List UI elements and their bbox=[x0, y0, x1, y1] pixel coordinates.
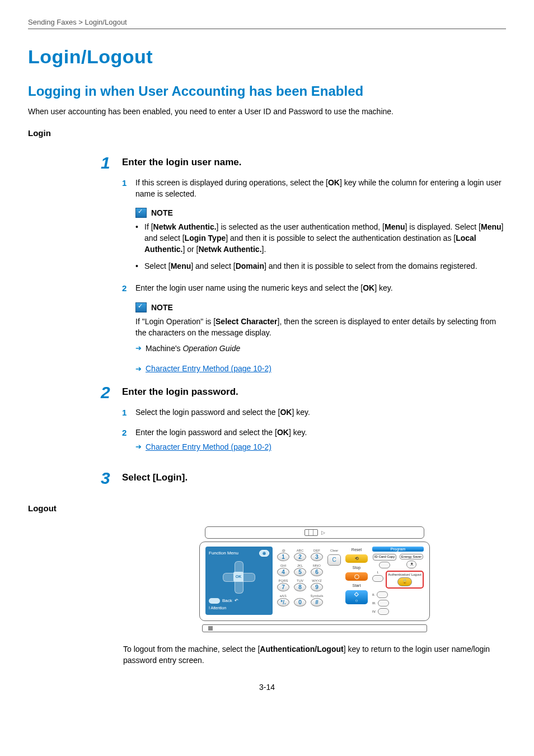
page-title: Login/Logout bbox=[28, 46, 506, 68]
usb-slot-icon bbox=[305, 529, 318, 536]
substep-1-1: 1 If this screen is displayed during ope… bbox=[122, 177, 506, 200]
idcard-button[interactable] bbox=[379, 562, 390, 568]
note-box-1: NOTE • If [Netwk Authentic.] is selected… bbox=[135, 208, 506, 272]
xref-row: ➔ Character Entry Method (page 10-2) bbox=[135, 364, 506, 373]
step-title: Enter the login user name. bbox=[122, 155, 242, 168]
key-star[interactable]: */. bbox=[277, 598, 289, 606]
key-0[interactable]: 0 bbox=[294, 598, 306, 606]
substep-2-2: 2 Enter the login password and select th… bbox=[122, 427, 506, 459]
program-slot-1[interactable] bbox=[372, 575, 383, 582]
auth-logout-button[interactable]: 🔒 bbox=[397, 577, 412, 586]
note-icon bbox=[135, 208, 147, 218]
clear-button[interactable]: C bbox=[327, 554, 341, 566]
back-button[interactable] bbox=[209, 598, 220, 604]
key-1[interactable]: 1 bbox=[277, 553, 289, 561]
program-label: Program bbox=[372, 547, 424, 552]
note-icon bbox=[135, 302, 147, 312]
xref-link[interactable]: Character Entry Method (page 10-2) bbox=[146, 364, 271, 373]
start-label: Start bbox=[345, 584, 368, 587]
indicator-icon bbox=[208, 626, 213, 631]
step-title: Select [Login]. bbox=[122, 470, 188, 483]
step-3: 3 Select [Login]. bbox=[101, 470, 506, 487]
arrow-icon: ➔ bbox=[135, 343, 146, 354]
energy-button[interactable]: ᴥ bbox=[406, 561, 416, 568]
key-4[interactable]: 4 bbox=[277, 568, 289, 576]
step-number: 3 bbox=[101, 470, 122, 487]
key-5[interactable]: 5 bbox=[294, 568, 306, 576]
substep-1-2: 2 Enter the login user name using the nu… bbox=[122, 282, 506, 295]
login-heading: Login bbox=[28, 128, 506, 138]
key-9[interactable]: 9 bbox=[311, 583, 323, 591]
breadcrumb: Sending Faxes > Login/Logout bbox=[28, 18, 506, 29]
reset-label: Reset bbox=[345, 548, 368, 552]
key-6[interactable]: 6 bbox=[311, 568, 323, 576]
idcard-label: ID Card Copy bbox=[373, 554, 396, 561]
logout-heading: Logout bbox=[28, 503, 506, 513]
key-3[interactable]: 3 bbox=[311, 553, 323, 561]
stop-label: Stop bbox=[345, 566, 368, 570]
arrow-icon: ➔ bbox=[135, 365, 146, 373]
lcd-screen: Function Menu ◉ OK Back ↶ ! Attention bbox=[205, 547, 273, 615]
step-title: Enter the login password. bbox=[122, 384, 238, 398]
back-label: Back bbox=[222, 598, 232, 603]
logout-description: To logout from the machine, select the [… bbox=[123, 643, 515, 666]
intro-text: When user accounting has been enabled, y… bbox=[28, 107, 506, 116]
step-1: 1 Enter the login user name. 1 If this s… bbox=[101, 155, 506, 373]
page-number: 3-14 bbox=[28, 683, 506, 692]
note-label: NOTE bbox=[151, 303, 173, 312]
step-number: 1 bbox=[101, 155, 122, 171]
clear-label: Clear bbox=[330, 549, 338, 553]
eject-icon: ▷ bbox=[321, 530, 325, 535]
panel-top-bar: ▷ bbox=[205, 526, 424, 539]
key-7[interactable]: 7 bbox=[277, 583, 289, 591]
auth-logout-highlight: Authentication/ Logout 🔒 bbox=[386, 571, 424, 589]
key-hash[interactable]: # bbox=[311, 598, 323, 606]
dpad[interactable]: OK bbox=[223, 561, 255, 594]
start-button[interactable]: ◇○ bbox=[345, 590, 368, 604]
control-panel-figure: ▷ Function Menu ◉ OK Back ↶ ! A bbox=[123, 526, 506, 632]
ok-button[interactable]: OK bbox=[233, 572, 243, 582]
energy-label: Energy Saver bbox=[400, 554, 423, 559]
step-number: 2 bbox=[101, 384, 122, 401]
numeric-keypad: .@1 ABC2 DEF3 GHI4 JKL5 MNO6 PQRS7 TUV8 … bbox=[277, 547, 323, 615]
section-heading: Logging in when User Accounting has been… bbox=[28, 83, 506, 99]
program-slot-3[interactable] bbox=[378, 600, 389, 606]
key-2[interactable]: 2 bbox=[294, 553, 306, 561]
panel-bottom-bar bbox=[202, 624, 427, 632]
auth-label: Authentication/ Logout bbox=[388, 573, 421, 576]
step-2: 2 Enter the login password. 1 Select the… bbox=[101, 384, 506, 458]
note-label: NOTE bbox=[151, 208, 173, 217]
reset-button[interactable]: ⟲ bbox=[345, 554, 368, 563]
program-slot-2[interactable] bbox=[377, 591, 388, 598]
xref-link[interactable]: Character Entry Method (page 10-2) bbox=[146, 441, 271, 452]
function-menu-button[interactable]: ◉ bbox=[259, 550, 269, 557]
attention-label: ! Attention bbox=[209, 606, 269, 610]
substep-2-1: 1 Select the login password and select t… bbox=[122, 407, 506, 419]
function-menu-label: Function Menu bbox=[209, 550, 238, 556]
key-8[interactable]: 8 bbox=[294, 583, 306, 591]
stop-button[interactable]: ◯ bbox=[345, 572, 368, 581]
note-box-2: NOTE If "Login Operation" is [Select Cha… bbox=[135, 302, 506, 354]
program-slot-4[interactable] bbox=[378, 608, 389, 615]
arrow-icon: ➔ bbox=[135, 442, 146, 452]
